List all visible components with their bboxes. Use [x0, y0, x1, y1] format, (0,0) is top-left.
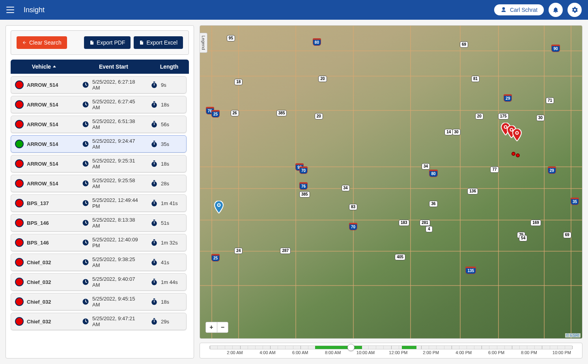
settings-button[interactable]: [567, 3, 582, 17]
route-shield: 405: [395, 254, 405, 260]
col-event-start[interactable]: Event Start: [78, 60, 149, 74]
export-pdf-button[interactable]: Export PDF: [84, 36, 131, 49]
clock-icon: [82, 200, 89, 207]
status-dot: [15, 258, 24, 267]
time-label: 12:00 PM: [389, 350, 407, 355]
route-shield: 281: [420, 220, 430, 226]
route-shield: 30: [536, 115, 545, 121]
event-start-value: 5/25/2022, 6:27:18 AM: [92, 79, 143, 91]
svg-rect-34: [153, 299, 155, 299]
col-length[interactable]: Length: [149, 60, 189, 74]
map-marker[interactable]: [214, 201, 224, 213]
zoom-control: + −: [205, 322, 228, 333]
table-row[interactable]: Chief_0325/25/2022, 9:45:15 AM18s: [11, 293, 187, 310]
table-row[interactable]: ARROW_5145/25/2022, 6:27:45 AM18s: [11, 96, 187, 113]
vehicle-label: BPS_146: [27, 240, 49, 246]
user-chip[interactable]: Carl Schrat: [494, 4, 544, 15]
route-shield: 20: [475, 113, 483, 119]
zoom-in-button[interactable]: +: [206, 322, 217, 332]
table-row[interactable]: Chief_0325/25/2022, 9:38:25 AM41s: [11, 254, 187, 271]
table-body[interactable]: ARROW_5145/25/2022, 6:27:18 AM9sARROW_51…: [11, 74, 189, 353]
export-excel-button[interactable]: Export Excel: [134, 36, 183, 49]
svg-rect-19: [153, 200, 155, 201]
status-dot: [15, 159, 24, 168]
vehicle-label: ARROW_514: [27, 82, 58, 88]
export-pdf-label: Export PDF: [97, 39, 125, 46]
status-dot: [15, 297, 24, 306]
length-value: 1m 41s: [161, 200, 178, 206]
stopwatch-icon: [151, 81, 158, 88]
route-shield: 287: [280, 248, 291, 254]
col-vehicle-label: Vehicle: [32, 63, 51, 70]
time-slider-labels: 2:00 AM4:00 AM6:00 AM8:00 AM10:00 AM12:0…: [209, 350, 573, 357]
file-icon: [139, 40, 144, 45]
svg-rect-7: [153, 121, 155, 122]
notifications-button[interactable]: [549, 3, 563, 17]
table-row[interactable]: BPS_1375/25/2022, 12:49:44 PM1m 41s: [11, 194, 187, 212]
status-dot: [15, 179, 24, 188]
table-row[interactable]: ARROW_5145/25/2022, 9:25:31 AM18s: [11, 155, 187, 172]
route-shield: 80: [429, 170, 437, 177]
route-shield: 29: [504, 94, 512, 102]
svg-rect-4: [153, 101, 155, 102]
right-panel: Legend + − © ESRI 8095182076252638520907…: [200, 25, 582, 358]
route-shield: 14: [444, 129, 453, 135]
bell-icon: [552, 6, 559, 13]
route-shield: 54: [519, 235, 527, 241]
time-label: 2:00 AM: [227, 350, 243, 355]
route-shield: 35: [571, 198, 579, 205]
route-shield: 70: [299, 166, 308, 174]
map-dot[interactable]: [511, 152, 515, 156]
status-dot: [15, 120, 24, 129]
clear-search-button[interactable]: Clear Search: [17, 36, 67, 49]
sort-asc-icon: [52, 65, 56, 69]
stopwatch-icon: [151, 298, 158, 305]
table-row[interactable]: ARROW_5145/25/2022, 9:25:58 AM28s: [11, 175, 187, 192]
route-shield: 20: [318, 76, 327, 82]
table-row[interactable]: Chief_0325/25/2022, 9:40:07 AM1m 44s: [11, 273, 187, 291]
route-shield: 34: [422, 163, 430, 170]
table-row[interactable]: ARROW_5145/25/2022, 9:24:47 AM35s: [11, 135, 187, 153]
table-header: Vehicle Event Start Length: [11, 60, 189, 74]
table-row[interactable]: ARROW_5145/25/2022, 6:27:18 AM9s: [11, 76, 187, 93]
table-row[interactable]: BPS_1465/25/2022, 12:40:09 PM1m 32s: [11, 234, 187, 251]
length-value: 18s: [161, 102, 169, 108]
length-value: 1m 44s: [161, 279, 178, 285]
menu-button[interactable]: [6, 7, 14, 13]
time-label: 10:00 PM: [553, 350, 571, 355]
zoom-out-button[interactable]: −: [217, 322, 228, 332]
route-shield: 385: [276, 110, 287, 116]
svg-point-46: [516, 132, 518, 134]
col-vehicle[interactable]: Vehicle: [11, 60, 78, 74]
event-start-value: 5/25/2022, 9:40:07 AM: [92, 276, 143, 288]
clock-icon: [82, 140, 89, 147]
route-shield: 24: [234, 248, 243, 254]
clock-icon: [82, 81, 89, 88]
vehicle-label: Chief_032: [27, 319, 51, 325]
table-row[interactable]: BPS_1465/25/2022, 8:13:38 AM51s: [11, 214, 187, 231]
route-shield: 70: [349, 223, 357, 230]
event-start-value: 5/25/2022, 9:24:47 AM: [92, 138, 143, 150]
route-shield: 77: [490, 166, 498, 173]
clock-icon: [82, 278, 89, 286]
col-length-label: Length: [160, 63, 179, 70]
route-shield: 175: [498, 113, 509, 119]
event-start-value: 5/25/2022, 9:25:58 AM: [92, 177, 143, 189]
table-row[interactable]: Chief_0325/25/2022, 9:47:21 AM29s: [11, 313, 187, 330]
status-dot: [15, 199, 24, 207]
status-dot: [15, 278, 24, 286]
user-name: Carl Schrat: [510, 7, 538, 13]
status-dot: [15, 218, 24, 227]
map-marker[interactable]: [512, 129, 522, 141]
time-slider[interactable]: 2:00 AM4:00 AM6:00 AM8:00 AM10:00 AM12:0…: [200, 343, 582, 358]
time-slider-track[interactable]: [209, 345, 573, 349]
table-row[interactable]: ARROW_5145/25/2022, 6:51:38 AM56s: [11, 116, 187, 133]
clock-icon: [82, 298, 89, 305]
route-shield: 169: [530, 220, 541, 226]
time-label: 8:00 PM: [521, 350, 537, 355]
map-dot[interactable]: [516, 153, 520, 157]
event-start-value: 5/25/2022, 12:49:44 PM: [92, 197, 143, 209]
status-dot: [15, 317, 24, 326]
map[interactable]: Legend + − © ESRI 8095182076252638520907…: [200, 25, 582, 339]
legend-toggle[interactable]: Legend: [200, 33, 207, 53]
